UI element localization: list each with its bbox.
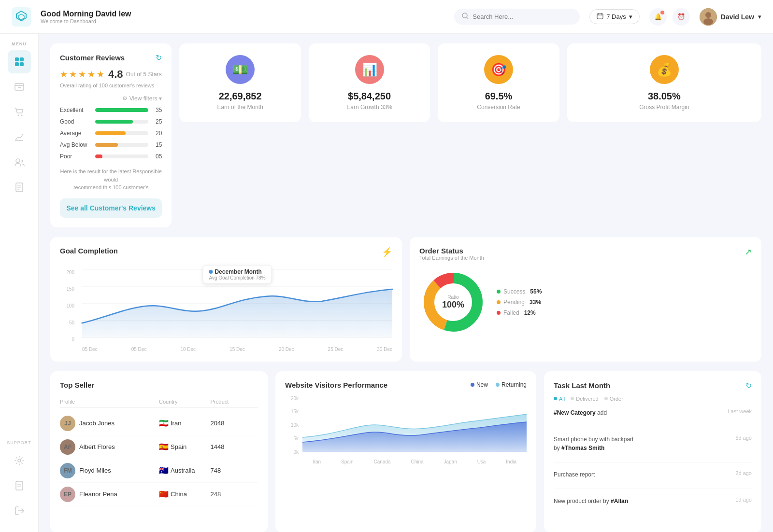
table-row: FM Floyd Miles 🇦🇺 Australia 748 [60, 459, 258, 483]
goal-chart-title: Goal Completion [60, 247, 118, 255]
view-filters-button[interactable]: ⚙ View filters ▾ [60, 95, 162, 102]
order-chart-header: Order Status Total Earnings of the Month… [419, 247, 752, 261]
table-row: AF Albert Flores 🇪🇸 Spain 1448 [60, 435, 258, 459]
review-header: Customer Reviews ↻ [60, 53, 162, 62]
svg-rect-11 [20, 57, 24, 61]
date-filter-label: 7 Days [606, 13, 626, 20]
order-status-card: Order Status Total Earnings of the Month… [410, 237, 761, 362]
svg-rect-14 [15, 84, 24, 90]
bottom-row: Top Seller Profile Country Product JJ Ja… [50, 371, 761, 532]
donut-chart: Ratio 100% [419, 268, 487, 336]
y-axis-labels: 200150100500 [60, 265, 74, 352]
search-input[interactable] [472, 13, 559, 20]
avatar: EP [60, 487, 75, 502]
svg-point-1 [462, 13, 467, 18]
stat-card-profit: 💰 38.05% Gross Profit Margin [567, 43, 761, 122]
conversion-label: Conversion Rate [477, 104, 520, 111]
sidebar-item-report[interactable] [8, 474, 31, 497]
search-icon [462, 13, 469, 21]
bar-good: Good 25 [60, 118, 162, 125]
x-axis-labels: 05 Dec05 Dec10 Dec15 Dec20 Dec25 Dec30 D… [82, 347, 392, 352]
svg-rect-26 [16, 481, 23, 490]
svg-rect-13 [20, 62, 24, 66]
profit-label: Gross Profit Margin [639, 104, 689, 111]
sidebar: MENU [0, 34, 39, 532]
legend-pending: Pending 33% [497, 299, 542, 306]
order-trend-icon[interactable]: ↗ [744, 247, 752, 257]
app-logo [12, 7, 31, 27]
sidebar-item-analytics[interactable] [8, 126, 31, 149]
sidebar-item-cart[interactable] [8, 100, 31, 124]
avatar: AF [60, 439, 75, 455]
timer-button[interactable]: ⏰ [673, 8, 690, 26]
stats-row: 💵 22,69,852 Earn of the Month 📊 $5,84,25… [50, 43, 761, 227]
visitors-y-labels: 20k15k10k5k0k [285, 394, 299, 464]
list-item: #New Category add Last week [554, 408, 752, 427]
sidebar-item-settings[interactable] [8, 449, 31, 472]
greeting-section: Good Morning David lew Welcome to Dashbo… [41, 10, 444, 24]
rating-summary: Overall rating of 100 customer's reviews [60, 83, 162, 88]
user-name: David Lew [721, 13, 754, 21]
star-rating: ★ ★ ★ ★ ★ ★ [60, 69, 104, 80]
sidebar-item-logout[interactable] [8, 499, 31, 522]
user-menu[interactable]: David Lew ▾ [700, 8, 761, 26]
bar-excellent: Excellent 35 [60, 107, 162, 113]
clock-icon: ⏰ [677, 13, 685, 20]
stat-card-conversion: 🎯 69.5% Conversion Rate [438, 43, 559, 122]
legend-failed: Failed 12% [497, 309, 542, 316]
tasks-card: Task Last Month ↻ All Delivered [544, 371, 761, 532]
order-chart-subtitle: Total Earnings of the Month [419, 255, 484, 261]
sidebar-item-users[interactable] [8, 151, 31, 174]
search-bar[interactable] [454, 9, 580, 25]
table-row: EP Eleanor Pena 🇨🇳 China 248 [60, 483, 258, 506]
bell-icon: 🔔 [654, 13, 662, 20]
stat-card-earn: 💵 22,69,852 Earn of the Month [179, 43, 301, 122]
review-title: Customer Reviews [60, 54, 125, 62]
visitors-legend: New Returning [471, 381, 527, 388]
donut-section: Ratio 100% Success 55% [419, 268, 752, 336]
review-note: Here is the result for the latest Respon… [60, 168, 162, 192]
sidebar-item-archive[interactable] [8, 75, 31, 98]
donut-legend: Success 55% Pending 33% Failed [497, 288, 542, 316]
goal-chart-header: Goal Completion ⚡ [60, 247, 392, 257]
notification-bell-button[interactable]: 🔔 [649, 8, 667, 26]
visitors-x-labels: IranSpainCanadaChinaJapanUsaIndia [302, 459, 527, 464]
bar-avg-below: Avg Below 15 [60, 141, 162, 148]
list-item: Smart phone buy with backpartby #Thomas … [554, 435, 752, 462]
bar-poor: Poor 05 [60, 153, 162, 160]
filter-icon: ⚙ [122, 95, 128, 102]
sidebar-item-documents[interactable] [8, 176, 31, 199]
svg-rect-3 [597, 14, 603, 19]
avatar [700, 8, 717, 26]
rating-out: Out of 5 Stars [126, 71, 162, 78]
user-chevron-icon: ▾ [758, 13, 761, 20]
greeting-subtitle: Welcome to Dashboard [41, 18, 444, 24]
svg-point-8 [705, 12, 711, 18]
list-item: New product order by #Allan 1d ago [554, 497, 752, 515]
goal-chart-icon[interactable]: ⚡ [382, 247, 392, 257]
rating-value: 4.8 [108, 68, 123, 81]
profit-icon: 💰 [650, 55, 679, 84]
review-bars: Excellent 35 Good 25 [60, 107, 162, 160]
profit-value: 38.05% [648, 91, 681, 102]
svg-rect-21 [16, 183, 23, 192]
sidebar-item-dashboard[interactable] [8, 50, 31, 73]
calendar-icon [597, 13, 603, 21]
earn-value: 22,69,852 [219, 91, 262, 102]
goal-chart-area: December Month Avg Goal Completion 78% [82, 265, 392, 352]
bar-average: Average 20 [60, 130, 162, 137]
earn-icon: 💵 [226, 55, 255, 84]
svg-point-20 [16, 159, 20, 163]
see-all-reviews-button[interactable]: See all Customer's Reviews [60, 198, 162, 218]
svg-rect-12 [15, 62, 19, 66]
visitors-svg [302, 394, 527, 457]
donut-center-text: Ratio 100% [442, 294, 464, 310]
tasks-header: Task Last Month ↻ [554, 381, 752, 390]
task-filters: All Delivered Order [554, 396, 752, 402]
legend-success: Success 55% [497, 288, 542, 295]
goal-tooltip: December Month Avg Goal Completion 78% [202, 265, 272, 284]
refresh-icon[interactable]: ↻ [156, 53, 162, 62]
date-filter-button[interactable]: 7 Days ▾ [589, 9, 639, 24]
order-chart-title: Order Status [419, 247, 484, 255]
tasks-refresh-icon[interactable]: ↻ [745, 381, 752, 390]
